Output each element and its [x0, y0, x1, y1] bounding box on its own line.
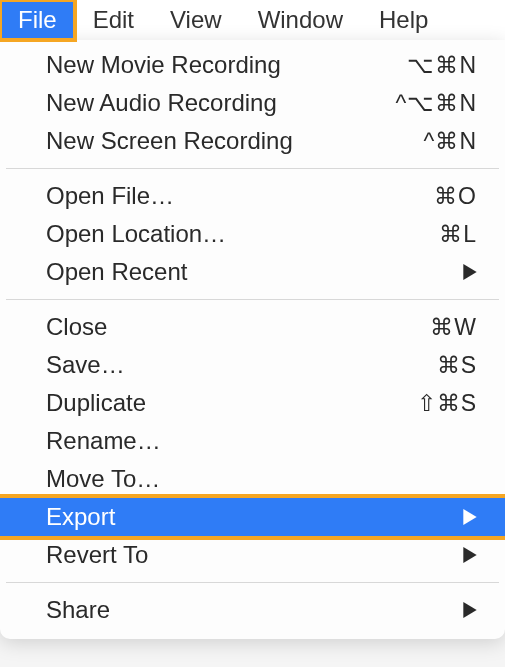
- submenu-chevron-icon: [463, 509, 477, 525]
- menu-separator: [6, 168, 499, 169]
- menu-separator: [6, 582, 499, 583]
- menu-item-close[interactable]: Close ⌘W: [0, 308, 505, 346]
- file-dropdown-menu: New Movie Recording ⌥⌘N New Audio Record…: [0, 40, 505, 639]
- menu-item-label: Share: [46, 596, 110, 624]
- svg-marker-0: [463, 264, 476, 280]
- menu-item-open-location[interactable]: Open Location… ⌘L: [0, 215, 505, 253]
- menu-item-label: New Audio Recording: [46, 89, 277, 117]
- menu-item-open-recent[interactable]: Open Recent: [0, 253, 505, 291]
- menu-item-export[interactable]: Export: [0, 498, 505, 536]
- menu-item-revert-to[interactable]: Revert To: [0, 536, 505, 574]
- menu-item-label: New Movie Recording: [46, 51, 281, 79]
- menu-item-label: Close: [46, 313, 107, 341]
- menu-item-label: Open File…: [46, 182, 174, 210]
- menu-item-shortcut: ⌘S: [437, 352, 477, 379]
- menu-item-save[interactable]: Save… ⌘S: [0, 346, 505, 384]
- menu-item-label: Rename…: [46, 427, 161, 455]
- menubar-item-window[interactable]: Window: [240, 0, 361, 40]
- menu-item-shortcut: ⌘L: [439, 221, 477, 248]
- menu-item-shortcut: ⌥⌘N: [407, 52, 477, 79]
- svg-marker-3: [463, 602, 476, 618]
- svg-marker-1: [463, 509, 476, 525]
- submenu-chevron-icon: [463, 602, 477, 618]
- svg-marker-2: [463, 547, 476, 563]
- menu-item-open-file[interactable]: Open File… ⌘O: [0, 177, 505, 215]
- menu-item-share[interactable]: Share: [0, 591, 505, 629]
- menu-item-rename[interactable]: Rename…: [0, 422, 505, 460]
- submenu-chevron-icon: [463, 547, 477, 563]
- menu-item-shortcut: ^⌥⌘N: [396, 90, 477, 117]
- menu-item-label: Open Location…: [46, 220, 226, 248]
- menu-item-label: Revert To: [46, 541, 148, 569]
- export-highlight: Export: [0, 494, 505, 540]
- menu-item-shortcut: ^⌘N: [424, 128, 477, 155]
- menu-item-label: Export: [46, 503, 115, 531]
- menu-item-new-movie-recording[interactable]: New Movie Recording ⌥⌘N: [0, 46, 505, 84]
- menu-item-label: Move To…: [46, 465, 160, 493]
- menu-item-label: Duplicate: [46, 389, 146, 417]
- menubar-item-file[interactable]: File: [0, 0, 75, 40]
- menu-item-move-to[interactable]: Move To…: [0, 460, 505, 498]
- menubar-item-edit[interactable]: Edit: [75, 0, 152, 40]
- menu-item-new-screen-recording[interactable]: New Screen Recording ^⌘N: [0, 122, 505, 160]
- menu-item-label: Open Recent: [46, 258, 187, 286]
- menu-item-shortcut: ⌘O: [434, 183, 477, 210]
- menu-item-new-audio-recording[interactable]: New Audio Recording ^⌥⌘N: [0, 84, 505, 122]
- menu-item-label: Save…: [46, 351, 125, 379]
- menubar-item-view[interactable]: View: [152, 0, 240, 40]
- menu-item-duplicate[interactable]: Duplicate ⇧⌘S: [0, 384, 505, 422]
- menu-item-shortcut: ⌘W: [430, 314, 477, 341]
- submenu-chevron-icon: [463, 264, 477, 280]
- menu-separator: [6, 299, 499, 300]
- menu-item-label: New Screen Recording: [46, 127, 293, 155]
- menubar-item-help[interactable]: Help: [361, 0, 446, 40]
- menubar: File Edit View Window Help: [0, 0, 505, 41]
- menu-item-shortcut: ⇧⌘S: [417, 390, 477, 417]
